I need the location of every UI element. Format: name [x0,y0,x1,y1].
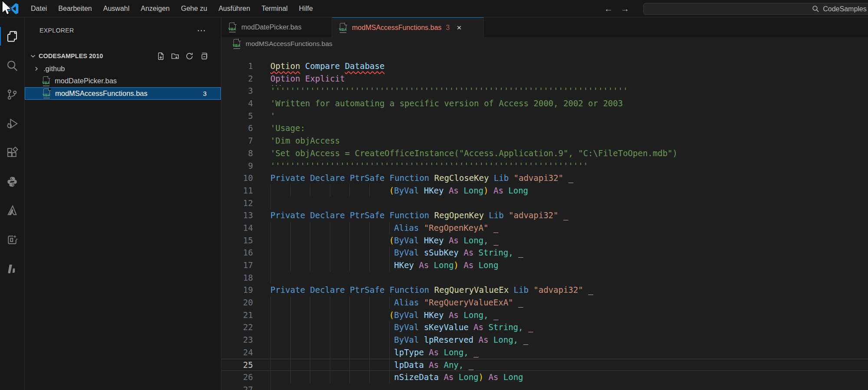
python-extension-icon[interactable] [0,167,25,196]
line-number[interactable]: 9 [221,160,253,172]
code-line[interactable]: 1Option Compare Database [221,60,868,72]
tree-item-github-folder[interactable]: .github [25,62,221,75]
code-line[interactable]: 3'''''''''''''''''''''''''''''''''''''''… [221,85,868,97]
line-number[interactable]: 20 [221,296,253,309]
line-number[interactable]: 10 [221,172,253,184]
code-line[interactable]: 24lpType As Long, _ [221,346,868,359]
code-line-content [270,272,271,284]
menu-auswahl[interactable]: Auswahl [98,0,135,17]
workspace-section-header[interactable]: CODESAMPLES 2010 [25,49,221,62]
code-token: 'Set objAccess = CreateOfficeInstance("A… [270,148,677,158]
code-line[interactable]: 4'Written for automating a specific vers… [221,97,868,110]
explorer-sidebar: EXPLORER ⋯ CODESAMPLES 2010 .github [25,17,221,390]
line-number[interactable]: 4 [221,97,253,110]
collapse-folders-icon[interactable] [200,52,208,60]
line-number[interactable]: 11 [221,184,253,197]
code-line-content: 'Usage: [270,122,305,134]
breadcrumb[interactable]: VBA modMSAccessFunctions.bas [221,37,868,50]
code-line[interactable]: 22ByVal sKeyValue As String, _ [221,321,868,334]
new-folder-icon[interactable] [171,52,179,60]
code-token [488,186,493,195]
line-number[interactable]: 8 [221,147,253,160]
more-actions-icon[interactable]: ⋯ [197,28,206,33]
sparkle-extension-icon[interactable] [0,225,25,254]
line-number[interactable]: 15 [221,234,253,247]
line-number[interactable]: 18 [221,272,253,284]
line-number[interactable]: 6 [221,122,253,134]
code-line[interactable]: 2Option Explicit [221,72,868,85]
tab-label: modDatePicker.bas [241,23,302,31]
code-token: Long, [464,310,488,320]
code-line[interactable]: 9'''''''''''''''''''''''''''''''''''''''… [221,160,868,172]
line-number[interactable]: 16 [221,246,253,259]
nav-back-icon[interactable]: ← [604,4,613,14]
explorer-title: EXPLORER [39,27,74,34]
code-editor[interactable]: 1Option Compare Database2Option Explicit… [221,50,868,390]
misc-extension-icon[interactable] [0,254,25,283]
line-number[interactable]: 27 [221,383,253,390]
line-number[interactable]: 5 [221,110,253,122]
code-line[interactable]: 21(ByVal HKey As Long, _ [221,309,868,321]
line-number[interactable]: 25 [221,359,253,371]
command-center-search[interactable]: CodeSamples 20 [643,3,868,15]
code-line[interactable]: 15(ByVal HKey As Long, _ [221,234,868,247]
code-line[interactable]: 26nSizeData As Long) As Long [221,371,868,383]
tree-item-modmsaccessfunctions[interactable]: VBA modMSAccessFunctions.bas 3 [25,87,221,100]
code-line[interactable]: 6'Usage: [221,122,868,134]
code-token: 'Dim objAccess [270,136,340,145]
line-number[interactable]: 21 [221,309,253,321]
line-number[interactable]: 23 [221,334,253,346]
nav-forward-icon[interactable]: → [621,4,629,14]
line-number[interactable]: 22 [221,321,253,334]
menu-datei[interactable]: Datei [25,0,53,17]
code-line[interactable]: 8'Set objAccess = CreateOfficeInstance("… [221,147,868,160]
code-token: HKey [394,260,414,270]
line-number[interactable]: 1 [221,60,253,72]
line-number[interactable]: 19 [221,284,253,296]
menu-terminal[interactable]: Terminal [256,0,293,17]
code-line[interactable]: 17HKey As Long) As Long [221,259,868,272]
line-number[interactable]: 14 [221,222,253,234]
source-control-icon[interactable] [0,80,25,109]
line-number[interactable]: 17 [221,259,253,272]
code-line[interactable]: 18 [221,272,868,284]
indent-guides [270,184,389,197]
new-file-icon[interactable] [157,52,165,60]
line-number[interactable]: 26 [221,371,253,383]
line-number[interactable]: 2 [221,72,253,85]
code-line[interactable]: 10Private Declare PtrSafe Function RegCl… [221,172,868,184]
code-line[interactable]: 13Private Declare PtrSafe Function RegOp… [221,209,868,222]
code-line[interactable]: 20Alias "RegQueryValueExA" _ [221,296,868,309]
menu-ausfuehren[interactable]: Ausführen [213,0,256,17]
tab-moddatepicker[interactable]: VBA modDatePicker.bas [221,17,332,37]
menu-anzeigen[interactable]: Anzeigen [135,0,175,17]
search-sidebar-icon[interactable] [0,51,25,80]
refresh-icon[interactable] [185,52,194,60]
close-icon[interactable]: × [457,23,461,33]
code-line[interactable]: 25lpData As Any, _ [221,359,868,371]
code-line[interactable]: 19Private Declare PtrSafe Function RegQu… [221,284,868,296]
azure-extension-icon[interactable] [0,196,25,225]
code-line[interactable]: 12 [221,197,868,210]
tab-modmsaccessfunctions[interactable]: VBA modMSAccessFunctions.bas 3 × [332,17,484,37]
extensions-icon[interactable] [0,138,25,167]
menu-bearbeiten[interactable]: Bearbeiten [53,0,97,17]
code-token: As [464,260,473,270]
menu-gehe-zu[interactable]: Gehe zu [175,0,213,17]
code-line[interactable]: 5' [221,110,868,122]
line-number[interactable]: 3 [221,85,253,97]
line-number[interactable]: 13 [221,209,253,222]
code-line[interactable]: 11(ByVal HKey As Long) As Long [221,184,868,197]
code-line[interactable]: 27 [221,383,868,390]
code-line[interactable]: 14Alias "RegOpenKeyA" _ [221,222,868,234]
run-debug-icon[interactable] [0,109,25,138]
code-line[interactable]: 7'Dim objAccess [221,134,868,147]
line-number[interactable]: 7 [221,134,253,147]
code-line[interactable]: 23ByVal lpReserved As Long, _ [221,334,868,346]
tree-item-moddatepicker[interactable]: VBA modDatePicker.bas [25,75,221,88]
line-number[interactable]: 24 [221,346,253,359]
explorer-icon[interactable] [0,22,25,51]
line-number[interactable]: 12 [221,197,253,210]
code-line[interactable]: 16ByVal sSubKey As String, _ [221,246,868,259]
menu-hilfe[interactable]: Hilfe [293,0,319,17]
